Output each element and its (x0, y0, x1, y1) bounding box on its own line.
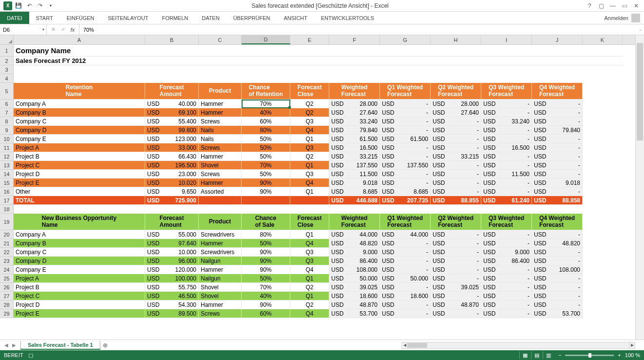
data-cell[interactable]: USD- (481, 300, 532, 309)
data-cell[interactable]: Q2 (290, 300, 329, 309)
data-cell[interactable]: Company C (14, 248, 145, 257)
data-cell[interactable]: USD- (532, 283, 583, 292)
vscroll-thumb[interactable] (637, 43, 643, 140)
data-cell[interactable]: Company B (14, 239, 145, 248)
data-cell[interactable]: Company D (14, 257, 145, 265)
data-cell[interactable]: USD- (532, 143, 583, 152)
row-header-14[interactable]: 14 (0, 170, 13, 179)
data-cell[interactable]: Q2 (290, 100, 329, 108)
data-cell[interactable]: 90% (242, 248, 290, 257)
data-cell[interactable]: Q4 (290, 126, 329, 135)
data-cell[interactable]: USD53.700 (532, 309, 583, 318)
data-cell[interactable]: Q3 (290, 248, 329, 257)
data-cell[interactable]: Shovel (199, 283, 242, 292)
data-cell[interactable]: Project E (14, 179, 145, 187)
data-cell[interactable]: USD- (431, 230, 481, 239)
data-cell[interactable]: Q1 (290, 161, 329, 170)
data-cell[interactable]: USD- (431, 292, 481, 300)
data-cell[interactable]: USD33.215 (329, 152, 380, 161)
data-cell[interactable]: USD- (532, 117, 583, 126)
data-cell[interactable]: Nailgun (199, 257, 242, 265)
row-header-12[interactable]: 12 (0, 152, 13, 161)
row-header-29[interactable]: 29 (0, 309, 13, 318)
data-cell[interactable]: USD- (532, 292, 583, 300)
data-cell[interactable]: Q2 (290, 283, 329, 292)
header-cell[interactable]: Q1 Weighted Forecast (380, 214, 431, 230)
col-header-C[interactable]: C (199, 35, 242, 44)
data-cell[interactable]: USD8.685 (380, 187, 431, 196)
redo-icon[interactable]: ↷ (35, 1, 45, 11)
data-cell[interactable]: USD- (532, 135, 583, 143)
data-cell[interactable]: USD- (431, 309, 481, 318)
header-cell[interactable]: Weighted Forecast (329, 83, 380, 100)
row-header-28[interactable]: 28 (0, 300, 13, 309)
data-cell[interactable]: Q2 (290, 152, 329, 161)
data-cell[interactable]: USD69.100 (145, 108, 199, 117)
data-cell[interactable]: 50% (242, 152, 290, 161)
col-header-J[interactable]: J (532, 35, 583, 44)
data-cell[interactable]: USD- (481, 265, 532, 274)
undo-icon[interactable]: ↶ (24, 1, 34, 11)
header-cell[interactable]: Q3 Weighted Forecast (481, 214, 532, 230)
data-cell[interactable]: Project C (14, 161, 145, 170)
data-cell[interactable]: USD54.300 (145, 300, 199, 309)
data-cell[interactable]: USD- (532, 230, 583, 239)
row-header-22[interactable]: 22 (0, 248, 13, 257)
col-header-G[interactable]: G (380, 35, 431, 44)
row-header-4[interactable]: 4 (0, 74, 13, 83)
data-cell[interactable]: USD- (481, 309, 532, 318)
data-cell[interactable]: USD- (380, 152, 431, 161)
data-cell[interactable]: Screws (199, 170, 242, 179)
data-cell[interactable]: USD- (380, 309, 431, 318)
zoom-out-button[interactable]: − (558, 352, 561, 358)
data-cell[interactable]: Project D (14, 300, 145, 309)
header-cell[interactable]: New Business Opportunity Name (14, 214, 145, 230)
total-cell[interactable]: USD446.688 (329, 196, 380, 205)
data-cell[interactable]: Screwdrivers (199, 230, 242, 239)
data-cell[interactable]: USD46.500 (145, 292, 199, 300)
data-cell[interactable]: USD- (380, 239, 431, 248)
data-cell[interactable]: 50% (242, 170, 290, 179)
data-cell[interactable]: Screws (199, 309, 242, 318)
zoom-in-button[interactable]: + (618, 352, 621, 358)
help-icon[interactable]: ? (585, 1, 594, 11)
row-header-18[interactable]: 18 (0, 205, 13, 214)
data-cell[interactable]: USD44.000 (380, 230, 431, 239)
data-cell[interactable]: Nails (199, 126, 242, 135)
data-cell[interactable]: USD27.640 (329, 108, 380, 117)
row-header-13[interactable]: 13 (0, 161, 13, 170)
data-cell[interactable]: USD61.500 (329, 135, 380, 143)
col-header-I[interactable]: I (481, 35, 532, 44)
header-cell[interactable]: Q3 Weighted Forecast (481, 83, 532, 100)
data-cell[interactable]: 90% (242, 300, 290, 309)
data-cell[interactable]: Company E (14, 135, 145, 143)
data-cell[interactable]: USD8.685 (329, 187, 380, 196)
data-cell[interactable]: Q3 (290, 117, 329, 126)
data-cell[interactable]: USD- (532, 257, 583, 265)
data-cell[interactable]: Q4 (290, 179, 329, 187)
row-header-2[interactable]: 2 (0, 57, 13, 65)
row-header-26[interactable]: 26 (0, 283, 13, 292)
sheet-tab-active[interactable]: Sales Forecast - Tabelle 1 (20, 341, 100, 350)
data-cell[interactable]: USD18.600 (329, 292, 380, 300)
data-cell[interactable]: USD- (380, 100, 431, 108)
data-cell[interactable]: USD- (481, 108, 532, 117)
sheet-nav-prev-icon[interactable]: ◀ (3, 342, 10, 348)
data-cell[interactable]: Project B (14, 283, 145, 292)
ribbon-display-icon[interactable]: ▢ (596, 1, 606, 11)
row-header-16[interactable]: 16 (0, 187, 13, 196)
data-cell[interactable]: USD- (380, 170, 431, 179)
data-cell[interactable]: USD28.000 (329, 100, 380, 108)
data-cell[interactable]: Screws (199, 117, 242, 126)
data-cell[interactable]: USD79.840 (329, 126, 380, 135)
data-cell[interactable]: USD- (431, 117, 481, 126)
data-cell[interactable]: USD28.000 (431, 100, 481, 108)
header-cell[interactable]: Q2 Weighted Forecast (431, 83, 481, 100)
row-header-1[interactable]: 1 (0, 45, 13, 57)
data-cell[interactable]: USD9.650 (145, 187, 199, 196)
row-header-27[interactable]: 27 (0, 292, 13, 300)
row-header-6[interactable]: 6 (0, 100, 13, 108)
data-cell[interactable]: USD16.500 (329, 143, 380, 152)
data-cell[interactable]: 60% (242, 117, 290, 126)
total-cell[interactable] (242, 196, 290, 205)
